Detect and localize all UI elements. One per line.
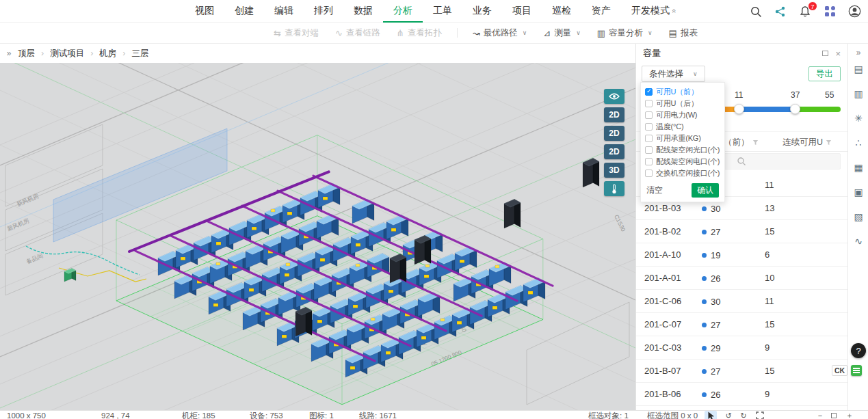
zoom-in-button[interactable]: + (843, 411, 856, 419)
dropdown-option-label: 可用承重(KG) (656, 133, 701, 144)
table-row[interactable]: 201-A-10 19 6 (636, 243, 847, 267)
view-mode-button[interactable]: 2D (604, 126, 624, 141)
toolbar-item[interactable]: ▤ 报表 ∨ (662, 27, 705, 39)
table-row[interactable]: 201-A-01 26 10 (636, 267, 847, 290)
breadcrumb-item[interactable]: 机房 (99, 48, 131, 59)
toolbar-item[interactable]: ⊿ 测量 ∨ (536, 27, 588, 39)
checkbox-icon[interactable] (645, 146, 653, 154)
share-nodes-icon[interactable] (774, 5, 787, 18)
dropdown-option[interactable]: 可用U（后） (641, 98, 724, 109)
dropdown-option-label: 可用U（后） (656, 98, 698, 109)
strip-icon[interactable]: ▥ (852, 87, 865, 100)
nav-item[interactable]: 巡检 « (542, 0, 581, 23)
checkbox-icon[interactable] (645, 88, 653, 96)
checkbox-icon[interactable] (645, 170, 653, 177)
nav-item[interactable]: 数据 « (343, 0, 383, 23)
checkbox-icon[interactable] (645, 158, 653, 165)
slider-handle-high[interactable] (790, 104, 800, 114)
expand-tree-icon[interactable]: » (0, 49, 18, 58)
checkbox-icon[interactable] (645, 100, 653, 107)
breadcrumb-item[interactable]: 三层 (132, 48, 149, 59)
fullscreen-icon[interactable] (754, 411, 766, 419)
collapse-panel-icon[interactable]: » (848, 48, 868, 57)
rotate-cw-icon[interactable]: ↻ (737, 411, 750, 419)
checkbox-icon[interactable] (645, 135, 653, 142)
dropdown-option[interactable]: 交换机空闲接口(个) (641, 167, 724, 179)
slider-max-value: 55 (825, 90, 834, 100)
dropdown-option[interactable]: 可用U（前） (641, 86, 724, 98)
3d-viewport[interactable]: 新风机房新风机房备品间交换间C1530C1S30上800 800 800 800… (0, 63, 635, 411)
nav-item[interactable]: 排列 « (304, 0, 343, 23)
temperature-view-button[interactable] (604, 181, 624, 196)
nav-item[interactable]: 创建 « (224, 0, 264, 23)
eye-visibility-button[interactable] (604, 89, 624, 104)
nav-item[interactable]: 分析 « (383, 0, 423, 23)
fit-view-button[interactable] (828, 411, 840, 419)
table-row[interactable]: 201-C-03 29 9 (636, 336, 847, 360)
dropdown-option[interactable]: 可用承重(KG) (641, 133, 724, 144)
toolbar-item[interactable]: ⇆ 查看对端 ∨ (267, 27, 326, 39)
dropdown-option[interactable]: 温度(°C) (641, 121, 724, 133)
view-mode-button[interactable]: 3D (604, 163, 624, 178)
table-row[interactable]: 201-C-06 30 11 (636, 290, 847, 313)
condition-select-button[interactable]: 条件选择 ∨ (642, 66, 705, 82)
column-header-available-u[interactable]: （前） (724, 132, 759, 152)
view-mode-button[interactable]: 2D (604, 144, 624, 159)
continuous-u-value: 11 (765, 174, 774, 197)
close-icon[interactable]: × (835, 49, 841, 58)
strip-icon[interactable]: ▦ (852, 161, 865, 174)
dropdown-option[interactable]: 配线架空闲光口(个) (641, 144, 724, 156)
available-u-value: 30 (711, 204, 720, 214)
strip-icon[interactable]: ∴ (852, 137, 865, 149)
table-row[interactable]: 201-C-07 27 15 (636, 313, 847, 336)
breadcrumb-item[interactable]: 测试项目 (50, 48, 99, 59)
user-avatar[interactable] (847, 5, 861, 18)
column-header-continuous-u[interactable]: 连续可用U (782, 132, 832, 152)
strip-icon[interactable]: ▧ (852, 211, 865, 223)
help-button[interactable]: ? (851, 343, 866, 358)
confirm-button[interactable]: 确认 (692, 183, 719, 198)
dropdown-option[interactable]: 可用电力(W) (641, 109, 724, 121)
nav-item[interactable]: 视图 « (185, 0, 224, 23)
toolbar-item[interactable]: ⋔ 查看拓扑 ∨ (390, 27, 449, 39)
nav-item[interactable]: 编辑 « (264, 0, 304, 23)
scene-canvas[interactable]: 新风机房新风机房备品间交换间C1530C1S30上800 800 800 800… (0, 63, 635, 411)
toolbar-item[interactable]: ∿ 查看链路 ∨ (328, 27, 387, 39)
view-mode-button[interactable]: 2D (604, 107, 624, 122)
checkbox-icon[interactable] (645, 111, 653, 119)
nav-item[interactable]: 开发模式 « (621, 0, 687, 23)
nav-item[interactable]: 资产 « (581, 0, 621, 23)
nav-item[interactable]: 业务 « (462, 0, 502, 23)
breadcrumb-item[interactable]: 顶层 (18, 48, 50, 59)
strip-icon[interactable]: ✳ (852, 112, 865, 124)
table-row[interactable]: 201-B-02 27 15 (636, 220, 847, 243)
nav-item[interactable]: 项目 « (502, 0, 542, 23)
notifications-bell-icon[interactable]: 7 (798, 5, 812, 18)
strip-icon[interactable]: ▣ (852, 186, 865, 198)
pointer-tool-icon[interactable] (705, 411, 717, 419)
toolbar-item[interactable]: ▥ 容量分析 ∨ (590, 27, 659, 39)
slider-handle-low[interactable] (734, 104, 744, 114)
checkbox-icon[interactable] (645, 123, 653, 131)
strip-icon[interactable]: ▤ (852, 63, 865, 75)
rotate-ccw-icon[interactable]: ↺ (722, 411, 735, 419)
status-dot (702, 392, 707, 397)
toolbar-item-label: 查看拓扑 (408, 27, 442, 39)
search-icon[interactable] (749, 5, 763, 18)
toolbar-item[interactable]: ↝ 最优路径 ∨ (466, 27, 534, 39)
table-row[interactable]: 201-B-06 26 9 (636, 383, 847, 406)
ime-indicator[interactable]: CK (832, 365, 847, 376)
export-button[interactable]: 导出 (808, 66, 841, 81)
dropdown-option[interactable]: 配线架空闲电口(个) (641, 156, 724, 167)
nav-item[interactable]: 工单 « (423, 0, 462, 23)
table-row[interactable]: 201-B-07 27 15 (636, 360, 847, 383)
apps-grid-icon[interactable] (823, 5, 837, 18)
strip-icon[interactable]: ∿ (852, 235, 865, 247)
clear-button[interactable]: 清空 (646, 185, 663, 196)
nav-item-label: 编辑 (274, 5, 293, 17)
zoom-out-button[interactable]: − (814, 411, 826, 419)
continuous-u-value: 15 (765, 313, 774, 336)
messenger-app-icon[interactable] (851, 365, 862, 376)
minimize-icon[interactable] (822, 51, 828, 56)
nav-item-label: 开发模式 (631, 5, 670, 17)
